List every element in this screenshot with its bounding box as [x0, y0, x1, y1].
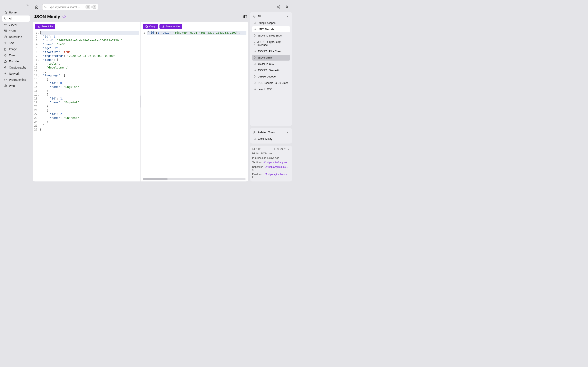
bell-icon — [253, 56, 256, 59]
globe-icon — [4, 84, 7, 87]
file-icon — [4, 48, 7, 51]
collapse-sidebar-button[interactable] — [25, 2, 30, 7]
tool-item-json-to-pike-class[interactable]: JSON To Pike Class — [252, 48, 290, 54]
sidebar-item-image[interactable]: Image — [2, 46, 30, 52]
sidebar-item-label: Web — [9, 84, 15, 87]
sidebar-item-programming[interactable]: Programming — [2, 77, 30, 83]
sidebar-item-json[interactable]: JSON — [2, 22, 30, 28]
text-icon — [4, 42, 7, 45]
feedback-link[interactable]: https://github.com/… — [268, 173, 290, 179]
sidebar-item-label: Image — [9, 48, 17, 51]
tool-item-json-to-csv[interactable]: JSON To CSV — [252, 61, 290, 67]
tool-item-utf8-decode[interactable]: UTF8 Decode — [252, 26, 290, 32]
svg-point-0 — [4, 25, 5, 25]
tool-item-json-to-typescript-interface[interactable]: JSON To TypeScript Interface — [252, 39, 290, 48]
bolt-icon — [4, 66, 7, 69]
stopwatch-icon — [4, 54, 7, 57]
tool-item-json-to-sarcastic[interactable]: JSON To Sarcastic — [252, 67, 290, 73]
tool-description: Minify JSON code — [252, 152, 272, 155]
tool-link[interactable]: https://t.he3app.co… — [267, 161, 289, 164]
tool-item-label: YAML Minify — [258, 137, 272, 141]
tool-item-sql-schema-to-c-class[interactable]: SQL Schema To C# Class — [252, 80, 290, 86]
save-as-file-button[interactable]: Save as file — [159, 24, 182, 29]
bell-icon — [253, 75, 256, 78]
sidebar-item-date-time[interactable]: Date/Time — [2, 34, 30, 40]
svg-point-21 — [284, 148, 286, 150]
sidebar-item-color[interactable]: Color — [2, 52, 30, 58]
chevron-down-icon[interactable] — [287, 148, 290, 150]
published-label: Published at: — [252, 157, 266, 159]
tool-item-label: JSON Minify — [258, 56, 272, 59]
svg-rect-4 — [4, 31, 5, 32]
published-value: 5 days ago — [267, 157, 279, 159]
bell-icon — [4, 17, 7, 20]
sidebar-item-text[interactable]: Text — [2, 40, 30, 46]
bell-icon — [253, 15, 256, 18]
sidebar-item-web[interactable]: Web — [2, 83, 30, 89]
bell-icon — [253, 82, 256, 84]
right-column: All String EscapesUTF8 DecodeJSON To Swi… — [250, 12, 292, 182]
tool-item-json-minify[interactable]: JSON Minify — [252, 55, 290, 60]
bell-icon — [253, 34, 256, 37]
wrench-icon — [253, 131, 256, 134]
related-tools-header[interactable]: Related Tools — [251, 129, 291, 136]
svg-rect-2 — [4, 30, 5, 31]
sidebar-item-all[interactable]: All — [2, 16, 30, 22]
bell-icon — [253, 42, 256, 45]
svg-point-12 — [277, 7, 278, 7]
svg-point-10 — [44, 6, 46, 8]
user-button[interactable] — [284, 4, 290, 10]
svg-point-14 — [286, 6, 287, 7]
tool-item-less-to-css[interactable]: Less to CSS — [252, 86, 290, 92]
copy-button[interactable]: Copy — [143, 24, 158, 29]
home-button[interactable] — [34, 4, 40, 10]
info-icon — [252, 148, 255, 150]
output-scrollbar[interactable] — [143, 178, 246, 180]
wifi-icon — [4, 72, 7, 75]
tool-item-yaml-minify[interactable]: YAML Minify — [252, 136, 290, 142]
toggle-panel-button[interactable] — [242, 14, 248, 20]
sidebar-item-label: Color — [9, 54, 16, 57]
plug-icon[interactable] — [273, 148, 276, 150]
all-tools-title: All — [258, 15, 261, 18]
input-editor[interactable]: 1⌄2345678⌄9101112⌄13⌄14151617⌄18192021⌄2… — [33, 31, 140, 182]
sidebar-item-label: Cryptography — [9, 66, 26, 69]
svg-point-11 — [279, 6, 280, 6]
sidebar-item-network[interactable]: Network — [2, 71, 30, 77]
sidebar-item-label: Network — [9, 72, 19, 75]
bell-icon — [253, 69, 256, 72]
tool-item-utf16-decode[interactable]: UTF16 Decode — [252, 74, 290, 80]
info-card: 1.0.1 Minify JSON code Published at: — [250, 146, 292, 182]
repo-link[interactable]: https://github.com… — [268, 166, 290, 171]
bell-icon — [253, 22, 256, 24]
main: ⌘ + K JSON Minify — [32, 0, 294, 184]
github-icon[interactable] — [280, 148, 283, 150]
clock-icon — [4, 35, 7, 39]
editor-panes: Select file 1⌄2345678⌄9101112⌄13⌄1415161… — [33, 22, 248, 182]
output-editor[interactable]: 1 {"id":1,"uuid":"3d877494-e7d4-48e3-aa7… — [141, 31, 248, 182]
sidebar-item-label: All — [9, 17, 12, 20]
sidebar-item-cryptography[interactable]: Cryptography — [2, 64, 30, 71]
sidebar-item-encode[interactable]: Encode — [2, 58, 30, 64]
sidebar-item-home[interactable]: Home — [2, 9, 30, 16]
sidebar-item-yaml[interactable]: YAML — [2, 28, 30, 34]
bell-icon — [253, 63, 256, 65]
sidebar-item-label: Programming — [9, 78, 26, 81]
check-icon[interactable] — [284, 148, 286, 150]
favorite-button[interactable] — [62, 15, 66, 18]
input-pane: Select file 1⌄2345678⌄9101112⌄13⌄1415161… — [33, 22, 140, 182]
tool-item-json-to-swift-struct[interactable]: JSON To Swift Struct — [252, 33, 290, 39]
search-box[interactable]: ⌘ + K — [42, 4, 98, 10]
globe-icon[interactable] — [277, 148, 279, 150]
tool-item-label: JSON To Sarcastic — [258, 69, 280, 72]
home-icon — [4, 11, 7, 14]
bell-icon — [253, 50, 256, 53]
tool-item-string-escapes[interactable]: String Escapes — [252, 20, 290, 26]
svg-rect-16 — [244, 15, 245, 18]
share-button[interactable] — [275, 4, 281, 10]
all-tools-header[interactable]: All — [251, 13, 291, 20]
search-input[interactable] — [48, 6, 84, 8]
tool-item-label: JSON To CSV — [258, 62, 274, 66]
tool-item-label: JSON To TypeScript Interface — [258, 40, 289, 47]
select-file-button[interactable]: Select file — [35, 24, 55, 29]
